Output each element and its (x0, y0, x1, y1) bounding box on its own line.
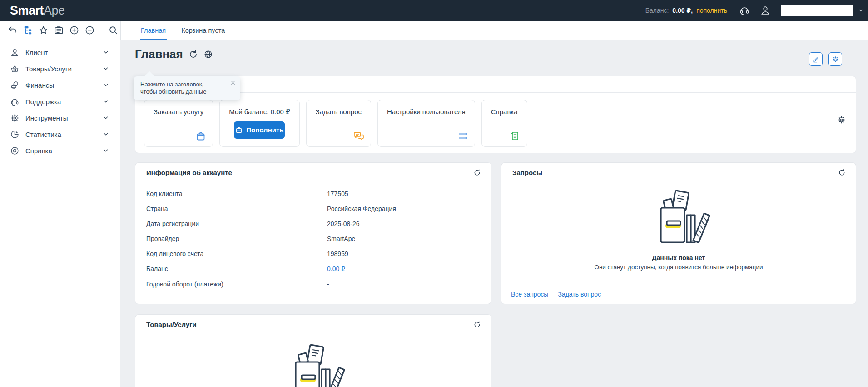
wallet-icon (235, 126, 243, 134)
user-settings-icon (457, 131, 468, 141)
row-value: - (327, 281, 329, 288)
chevron-down-icon (103, 65, 109, 72)
person-icon[interactable] (760, 5, 771, 16)
sidebar: Клиент Товары/Услуги Финансы Поддержка И… (0, 40, 120, 387)
gear-icon[interactable] (837, 116, 846, 124)
card-my-balance: Мой баланс: 0.00 ₽ Пополнить (219, 100, 299, 147)
minus-circle-icon[interactable] (84, 25, 95, 35)
tooltip-line2: чтобы обновить данные (140, 88, 225, 95)
basket-icon (10, 64, 20, 74)
row-value: SmartApe (327, 235, 355, 242)
settings-button[interactable] (828, 52, 842, 66)
row-value: 2025-08-26 (327, 220, 360, 227)
chevron-down-icon (103, 49, 109, 55)
chevron-down-icon (103, 115, 109, 121)
refresh-icon[interactable] (188, 50, 198, 59)
edit-button[interactable] (809, 52, 823, 66)
sidebar-item-label: Инструменты (25, 114, 68, 122)
table-row: Баланс 0.00 ₽ (146, 261, 480, 276)
user-account-box[interactable] (781, 5, 853, 16)
sidebar-item-help[interactable]: Справка (0, 142, 120, 159)
sidebar-item-label: Справка (25, 147, 52, 155)
card-title: Заказать услугу (154, 108, 203, 116)
clipboard-icon[interactable] (54, 25, 64, 35)
sidebar-item-client[interactable]: Клиент (0, 44, 120, 60)
requests-card: Запросы Данных пока нет Они станут досту… (501, 162, 856, 304)
row-label: Страна (146, 205, 327, 212)
tab-cart-empty[interactable]: Корзина пуста (180, 21, 226, 40)
table-row: Годовой оборот (платежи) - (146, 276, 480, 292)
logo-bold: Smart (10, 4, 44, 17)
tab-bar: Главная Корзина пуста (140, 21, 239, 40)
card-title: Настройки пользователя (387, 108, 466, 116)
panel-header (135, 76, 856, 93)
row-value: 198959 (327, 250, 348, 257)
search-icon[interactable] (108, 25, 119, 35)
sidebar-item-statistics[interactable]: Статистика (0, 126, 120, 142)
page-title[interactable]: Главная (135, 47, 183, 61)
balance-link[interactable]: 0.00 ₽ (327, 265, 345, 272)
chevron-down-icon (103, 82, 109, 88)
empty-state-illustration (645, 188, 713, 247)
card-title: Информация об аккаунте (146, 169, 232, 176)
empty-state-subtitle: Они станут доступны, когда появится боль… (594, 264, 763, 271)
row-value: Российская Федерация (327, 205, 396, 212)
logo-light: Ape (44, 4, 65, 17)
back-arrow-icon[interactable] (7, 25, 18, 35)
row-label: Дата регистрации (146, 220, 327, 227)
help-doc-icon (510, 131, 521, 141)
close-icon[interactable] (230, 80, 236, 85)
refresh-icon[interactable] (473, 321, 481, 328)
row-label: Годовой оборот (платежи) (146, 281, 327, 288)
table-row: Провайдер SmartApe (146, 231, 480, 246)
empty-state-illustration (279, 342, 347, 387)
table-row: Код клиента 177505 (146, 186, 480, 201)
card-help[interactable]: Справка (481, 100, 527, 147)
sidebar-item-label: Товары/Услуги (25, 65, 72, 73)
smartape-logo[interactable]: SmartApe (10, 4, 65, 18)
card-order-service[interactable]: Заказать услугу (144, 100, 213, 147)
edit-icon (813, 56, 819, 63)
ask-question-link[interactable]: Задать вопрос (558, 291, 601, 298)
globe-link-icon[interactable] (203, 50, 213, 59)
star-icon[interactable] (38, 25, 49, 35)
sidebar-item-support[interactable]: Поддержка (0, 93, 120, 110)
tab-home[interactable]: Главная (140, 21, 167, 40)
card-user-settings[interactable]: Настройки пользователя (377, 100, 475, 147)
gear-icon (832, 56, 839, 63)
card-ask-question[interactable]: Задать вопрос (306, 100, 371, 147)
plus-circle-icon[interactable] (69, 25, 79, 35)
topup-button[interactable]: Пополнить (234, 121, 285, 139)
refresh-icon[interactable] (473, 169, 481, 176)
tooltip-line1: Нажмите на заголовок, (140, 81, 225, 88)
headset-icon[interactable] (739, 5, 750, 16)
sidebar-item-label: Поддержка (25, 98, 61, 106)
row-label: Баланс (146, 265, 327, 272)
chevron-down-icon (103, 131, 109, 137)
top-bar: SmartApe Баланс: 0.00 ₽, пополнить (0, 0, 868, 21)
chevron-down-icon[interactable] (858, 8, 863, 13)
order-bag-icon (195, 131, 206, 141)
row-label: Провайдер (146, 235, 327, 242)
balance-label: Баланс: (645, 7, 669, 14)
tree-view-icon[interactable] (23, 25, 33, 35)
topup-link[interactable]: пополнить (696, 7, 727, 14)
card-title: Справка (491, 108, 518, 116)
row-label: Код лицевого счета (146, 250, 327, 257)
topup-button-label: Пополнить (246, 126, 283, 134)
chat-icon (353, 131, 364, 141)
sidebar-item-tools[interactable]: Инструменты (0, 110, 120, 126)
card-title: Запросы (512, 169, 542, 176)
main-content: Главная Заказать услугу Мой баланс: 0.0 (120, 40, 868, 387)
headset-icon (10, 97, 20, 106)
all-requests-link[interactable]: Все запросы (511, 291, 548, 298)
balance-value: 0.00 ₽, (672, 7, 693, 14)
smartape-billing-page: SmartApe Баланс: 0.00 ₽, пополнить (0, 0, 868, 387)
help-icon (10, 146, 20, 156)
table-row: Код лицевого счета 198959 (146, 246, 480, 261)
coins-icon (10, 80, 20, 90)
sidebar-item-finance[interactable]: Финансы (0, 77, 120, 93)
row-label: Код клиента (146, 190, 327, 197)
refresh-icon[interactable] (838, 169, 846, 176)
sidebar-item-products[interactable]: Товары/Услуги (0, 60, 120, 77)
